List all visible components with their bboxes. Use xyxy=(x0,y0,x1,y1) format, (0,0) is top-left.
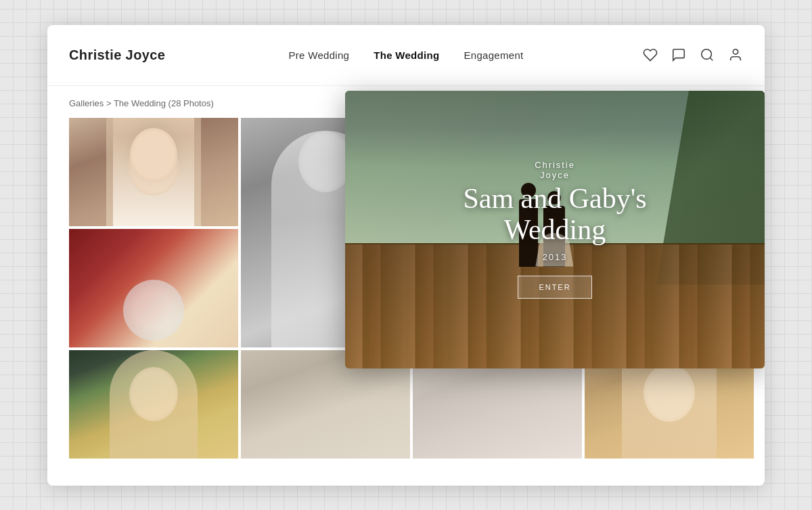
photo-bouquet[interactable] xyxy=(69,229,238,347)
comment-icon-button[interactable] xyxy=(671,47,686,62)
search-icon-button[interactable] xyxy=(700,47,715,62)
user-icon xyxy=(728,47,743,62)
popup-overlay: Christie Joyce Sam and Gaby's Wedding 20… xyxy=(345,91,765,368)
nav-link-engagement[interactable]: Engagement xyxy=(464,49,523,61)
site-logo[interactable]: Christie Joyce xyxy=(69,47,165,63)
heart-icon-button[interactable] xyxy=(643,47,658,62)
popup-photographer-name: Christie Joyce xyxy=(463,160,646,180)
popup-background: Christie Joyce Sam and Gaby's Wedding 20… xyxy=(345,91,765,368)
photo-car-girl[interactable] xyxy=(69,350,238,459)
popup-enter-button[interactable]: ENTER xyxy=(518,276,591,299)
svg-point-0 xyxy=(702,49,712,60)
svg-point-2 xyxy=(733,49,738,54)
nav-bar: Christie Joyce Pre Wedding The Wedding E… xyxy=(47,25,765,86)
popup-year: 2013 xyxy=(463,252,646,262)
popup-wedding-title: Sam and Gaby's Wedding xyxy=(463,183,646,245)
browser-window: Christie Joyce Pre Wedding The Wedding E… xyxy=(47,25,765,486)
photo-bride-portrait[interactable] xyxy=(69,118,238,226)
search-icon xyxy=(700,47,715,62)
nav-icons xyxy=(643,47,743,62)
heart-icon xyxy=(643,47,658,62)
popup-content: Christie Joyce Sam and Gaby's Wedding 20… xyxy=(463,160,646,299)
svg-line-1 xyxy=(710,58,713,60)
main-content: Christie Joyce Sam and Gaby's Wedding 20… xyxy=(47,118,765,480)
nav-link-the-wedding[interactable]: The Wedding xyxy=(374,49,439,61)
nav-link-pre-wedding[interactable]: Pre Wedding xyxy=(288,49,349,61)
user-icon-button[interactable] xyxy=(728,47,743,62)
comment-icon xyxy=(671,47,686,62)
nav-links: Pre Wedding The Wedding Engagement xyxy=(288,49,523,61)
